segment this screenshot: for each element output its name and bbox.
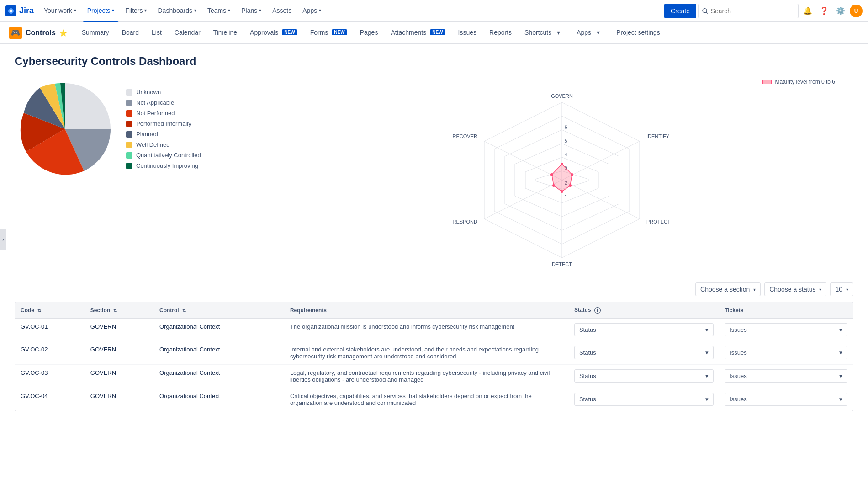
- issues-chevron: ▾: [839, 373, 842, 379]
- star-icon[interactable]: ⭐: [59, 29, 67, 37]
- sort-icon-code: ⇅: [37, 308, 41, 313]
- legend-color-continuously-improving: [126, 163, 132, 169]
- status-dropdown[interactable]: Status ▾: [574, 393, 714, 406]
- nav-logo[interactable]: Jira: [5, 5, 34, 16]
- chevron-down-icon: ▾: [194, 8, 196, 13]
- svg-point-26: [552, 184, 555, 187]
- tab-reports[interactable]: Reports: [484, 22, 517, 44]
- svg-marker-21: [552, 164, 572, 192]
- col-section[interactable]: Section ⇅: [85, 302, 154, 319]
- status-dropdown[interactable]: Status ▾: [574, 323, 714, 336]
- table-header-row: Code ⇅ Section ⇅ Control ⇅ Requirements: [15, 302, 853, 319]
- status-dropdown[interactable]: Status ▾: [574, 346, 714, 359]
- svg-text:4: 4: [565, 152, 567, 157]
- tab-project-settings[interactable]: Project settings: [611, 22, 666, 44]
- nav-item-plans[interactable]: Plans ▾: [237, 0, 266, 22]
- svg-text:IDENTIFY: IDENTIFY: [646, 133, 670, 139]
- shortcuts-more[interactable]: ▾: [553, 21, 564, 43]
- legend-item-well-defined: Well Defined: [126, 141, 201, 148]
- legend-item-performed-informally: Performed Informally: [126, 120, 201, 127]
- approvals-badge: NEW: [282, 29, 297, 35]
- cell-section: GOVERN: [85, 365, 154, 388]
- tab-board[interactable]: Board: [116, 22, 144, 44]
- main-content: Cybersecurity Controls Dashboard: [0, 44, 868, 479]
- status-filter[interactable]: Choose a status ▾: [764, 282, 826, 296]
- project-icon: 🎮: [9, 27, 22, 39]
- tab-pages[interactable]: Pages: [355, 22, 384, 44]
- count-filter-chevron: ▾: [846, 287, 848, 292]
- nav-item-your-work[interactable]: Your work ▾: [39, 0, 81, 22]
- tab-summary[interactable]: Summary: [76, 22, 115, 44]
- svg-text:1: 1: [565, 194, 567, 199]
- cell-control: Organizational Context: [154, 388, 285, 411]
- svg-line-10: [562, 141, 640, 180]
- filter-bar: Choose a section ▾ Choose a status ▾ 10 …: [15, 282, 853, 296]
- notifications-button[interactable]: 🔔: [800, 4, 815, 18]
- section-filter[interactable]: Choose a section ▾: [695, 282, 761, 296]
- status-chevron: ▾: [705, 326, 709, 333]
- svg-text:RECOVER: RECOVER: [453, 133, 477, 139]
- create-button[interactable]: Create: [664, 4, 696, 18]
- dashboard-layout: Unknown Not Applicable Not Performed Per…: [15, 79, 853, 271]
- tab-forms[interactable]: Forms NEW: [305, 22, 353, 44]
- count-filter[interactable]: 10 ▾: [830, 282, 853, 296]
- issues-dropdown[interactable]: Issues ▾: [725, 393, 847, 406]
- tab-issues[interactable]: Issues: [453, 22, 482, 44]
- chevron-down-icon: ▾: [319, 8, 321, 13]
- nav-item-projects[interactable]: Projects ▾: [83, 0, 119, 22]
- issues-chevron: ▾: [839, 326, 842, 333]
- svg-point-1: [703, 8, 707, 12]
- nav-item-dashboards[interactable]: Dashboards ▾: [153, 0, 201, 22]
- radar-legend-color: [762, 80, 772, 84]
- cell-control: Organizational Context: [154, 319, 285, 341]
- cell-control: Organizational Context: [154, 341, 285, 365]
- cell-control: Organizational Context: [154, 365, 285, 388]
- tab-attachments[interactable]: Attachments NEW: [385, 22, 450, 44]
- search-box[interactable]: [698, 4, 799, 18]
- table-row: GV.OC-01 GOVERN Organizational Context T…: [15, 319, 853, 341]
- issues-dropdown[interactable]: Issues ▾: [725, 369, 847, 383]
- tab-apps[interactable]: Apps ▾: [571, 22, 609, 44]
- jira-icon: [5, 5, 16, 16]
- nav-item-assets[interactable]: Assets: [268, 0, 296, 22]
- tab-calendar[interactable]: Calendar: [169, 22, 206, 44]
- svg-point-25: [561, 190, 563, 193]
- controls-table: Code ⇅ Section ⇅ Control ⇅ Requirements: [15, 302, 853, 411]
- tab-timeline[interactable]: Timeline: [208, 22, 243, 44]
- legend-color-well-defined: [126, 142, 132, 148]
- chevron-down-icon: ▾: [74, 8, 76, 13]
- col-code[interactable]: Code ⇅: [15, 302, 85, 319]
- svg-point-23: [571, 173, 573, 176]
- nav-item-apps[interactable]: Apps ▾: [298, 0, 326, 22]
- nav-item-teams[interactable]: Teams ▾: [203, 0, 235, 22]
- pie-container: Unknown Not Applicable Not Performed Per…: [15, 79, 252, 179]
- tab-shortcuts[interactable]: Shortcuts ▾: [519, 22, 569, 44]
- issues-dropdown[interactable]: Issues ▾: [725, 346, 847, 359]
- help-button[interactable]: ❓: [817, 4, 831, 18]
- legend-color-quantitatively-controlled: [126, 152, 132, 159]
- avatar[interactable]: U: [850, 5, 863, 17]
- section-filter-chevron: ▾: [753, 287, 756, 292]
- tab-list[interactable]: List: [146, 22, 167, 44]
- cell-tickets: Issues ▾: [719, 365, 853, 388]
- status-filter-chevron: ▾: [819, 287, 821, 292]
- status-chevron: ▾: [705, 373, 709, 379]
- legend-item-quantitatively-controlled: Quantitatively Controlled: [126, 152, 201, 159]
- nav-item-filters[interactable]: Filters ▾: [121, 0, 151, 22]
- col-control[interactable]: Control ⇅: [154, 302, 285, 319]
- status-chevron: ▾: [705, 396, 709, 403]
- chevron-down-icon: ▾: [228, 8, 230, 13]
- cell-status: Status ▾: [569, 341, 719, 365]
- project-title-group: 🎮 Controls ⭐: [9, 27, 67, 39]
- settings-button[interactable]: ⚙️: [833, 4, 848, 18]
- sidebar-toggle[interactable]: ›: [0, 229, 6, 250]
- cell-section: GOVERN: [85, 341, 154, 365]
- legend-color-unknown: [126, 89, 132, 96]
- table-row: GV.OC-03 GOVERN Organizational Context L…: [15, 365, 853, 388]
- status-dropdown[interactable]: Status ▾: [574, 369, 714, 383]
- tab-approvals[interactable]: Approvals NEW: [244, 22, 303, 44]
- search-input[interactable]: [711, 7, 794, 15]
- apps-more[interactable]: ▾: [593, 21, 603, 43]
- sort-icon-section: ⇅: [113, 308, 117, 313]
- issues-dropdown[interactable]: Issues ▾: [725, 323, 847, 336]
